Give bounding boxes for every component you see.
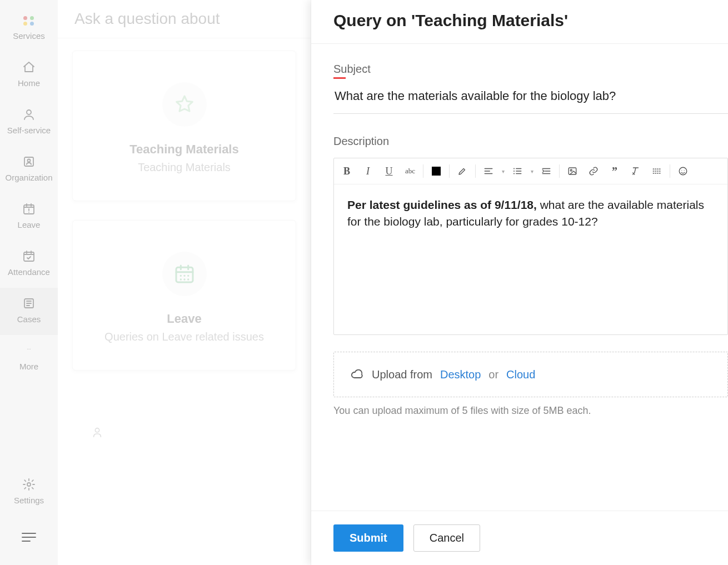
svg-point-16	[187, 278, 189, 280]
link-icon	[589, 166, 599, 176]
panel-title: Query on 'Teaching Materials'	[333, 11, 728, 30]
nav-more[interactable]: More	[0, 335, 58, 382]
svg-point-0	[27, 110, 31, 114]
panel-footer: Submit Cancel	[311, 511, 728, 565]
toolbar-separator	[449, 164, 450, 178]
nav-label: More	[19, 362, 38, 371]
svg-point-7	[28, 349, 29, 349]
strikethrough-button[interactable]: abc	[400, 162, 421, 181]
toolbar-separator	[670, 164, 670, 178]
bold-button[interactable]: B	[336, 162, 357, 181]
nav-organization[interactable]: Organization	[0, 146, 58, 193]
svg-point-9	[27, 483, 31, 486]
nav-label: Leave	[18, 220, 41, 229]
link-button[interactable]	[583, 162, 604, 181]
svg-point-17	[95, 428, 99, 432]
quote-button[interactable]: ”	[604, 162, 625, 181]
nav-home[interactable]: Home	[0, 52, 58, 99]
color-swatch-icon	[432, 167, 441, 176]
align-dropdown[interactable]: ▾	[499, 168, 507, 174]
toolbar-separator	[475, 164, 476, 178]
category-list: Teaching Materials Teaching Materials Le…	[58, 38, 311, 565]
svg-point-18	[513, 168, 515, 169]
nav-label: Cases	[17, 314, 41, 324]
svg-point-6	[27, 349, 28, 349]
card-subtitle: Teaching Materials	[138, 161, 231, 174]
nav-leave[interactable]: Leave	[0, 193, 58, 241]
bullet-list-icon	[512, 166, 522, 176]
list-dropdown[interactable]: ▾	[528, 168, 536, 174]
subject-label: Subject	[333, 63, 371, 79]
nav-attendance[interactable]: Attendance	[0, 241, 58, 288]
nav-self-service[interactable]: Self-service	[0, 99, 58, 146]
description-bold-text: Per latest guidelines as of 9/11/18,	[347, 198, 537, 211]
highlight-button[interactable]	[452, 162, 473, 181]
person-outline-icon	[91, 426, 103, 441]
nav-services[interactable]: Services	[0, 4, 58, 52]
hamburger-icon	[21, 532, 37, 543]
rich-text-editor: B I U abc ▾ ▾	[333, 158, 728, 335]
underline-button[interactable]: U	[378, 162, 400, 181]
upload-cloud-link[interactable]: Cloud	[506, 368, 535, 381]
query-panel: Query on 'Teaching Materials' Subject De…	[311, 0, 728, 565]
submit-button[interactable]: Submit	[333, 524, 403, 552]
upload-or: or	[488, 368, 498, 381]
calendar-exclaim-icon	[21, 201, 37, 217]
cloud-icon	[351, 368, 364, 381]
svg-point-8	[30, 349, 31, 349]
svg-point-19	[513, 171, 515, 172]
italic-button[interactable]: I	[357, 162, 378, 181]
upload-hint: You can upload maximum of 5 files with s…	[333, 405, 728, 417]
card-title: Teaching Materials	[129, 142, 238, 157]
image-button[interactable]	[562, 162, 583, 181]
sidebar: Services Home Self-service Organization …	[0, 0, 58, 565]
svg-rect-4	[24, 252, 34, 261]
image-icon	[567, 166, 577, 176]
clear-format-icon	[631, 166, 641, 176]
svg-point-24	[681, 170, 682, 171]
nav-label: Organization	[5, 173, 52, 182]
upload-desktop-link[interactable]: Desktop	[440, 368, 481, 381]
category-card-leave[interactable]: Leave Queries on Leave related issues	[72, 220, 296, 371]
indent-button[interactable]	[536, 162, 557, 181]
star-icon	[162, 82, 207, 127]
nav-collapse-toggle[interactable]	[0, 516, 58, 565]
smiley-icon	[678, 166, 688, 176]
emoji-button[interactable]	[672, 162, 694, 181]
description-textarea[interactable]: Per latest guidelines as of 9/11/18, wha…	[334, 184, 727, 334]
cases-icon	[21, 296, 37, 311]
panel-header: Query on 'Teaching Materials'	[311, 0, 728, 44]
svg-point-13	[187, 275, 189, 277]
home-icon	[21, 59, 37, 75]
hr-icon	[652, 166, 662, 176]
hr-button[interactable]	[646, 162, 667, 181]
svg-rect-21	[569, 168, 576, 174]
nav-label: Home	[18, 78, 40, 88]
upload-dropzone[interactable]: Upload from Desktop or Cloud	[333, 352, 728, 397]
services-logo-icon	[21, 12, 37, 28]
nav-cases[interactable]: Cases	[0, 288, 58, 335]
indent-icon	[541, 166, 551, 176]
svg-point-23	[679, 167, 687, 175]
subject-input[interactable]	[333, 81, 728, 114]
category-card-teaching-materials[interactable]: Teaching Materials Teaching Materials	[72, 51, 296, 201]
svg-point-2	[28, 159, 31, 162]
calendar-check-icon	[21, 248, 37, 264]
svg-point-12	[183, 275, 185, 277]
description-label: Description	[333, 135, 389, 151]
align-button[interactable]	[478, 162, 499, 181]
list-button[interactable]	[507, 162, 528, 181]
category-header: Ask a question about	[58, 0, 311, 38]
svg-point-20	[513, 173, 515, 174]
clear-format-button[interactable]	[625, 162, 646, 181]
panel-body: Subject Description B I U abc ▾	[311, 44, 728, 511]
toolbar-separator	[423, 164, 423, 178]
nav-label: Settings	[14, 496, 44, 505]
person-icon	[21, 107, 37, 122]
nav-settings[interactable]: Settings	[0, 469, 58, 516]
cancel-button[interactable]: Cancel	[413, 524, 480, 552]
toolbar-separator	[559, 164, 560, 178]
text-color-button[interactable]	[426, 162, 447, 181]
nav-label: Self-service	[7, 126, 51, 135]
card-title: Leave	[167, 312, 201, 326]
